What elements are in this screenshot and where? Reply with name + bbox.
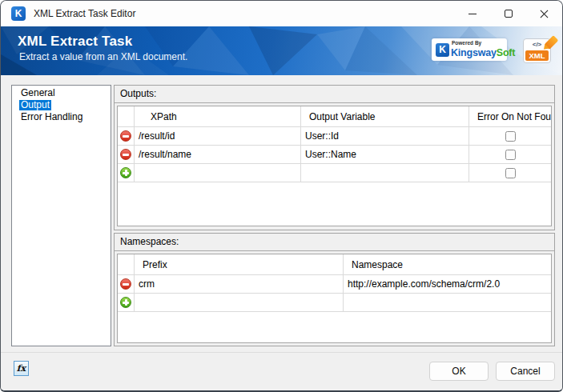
- settings-nav-list: General Output Error Handling: [11, 85, 111, 346]
- prefix-column-header[interactable]: Prefix: [135, 254, 344, 275]
- outputs-grid-header: XPath Output Variable Error On Not Found: [118, 106, 551, 127]
- outputs-group-label: Outputs:: [115, 86, 554, 103]
- kingswaysoft-k-icon: K: [436, 43, 449, 57]
- namespace-cell-empty[interactable]: [344, 294, 551, 312]
- output-row: /result/id User::Id: [118, 127, 551, 146]
- minimize-button[interactable]: [454, 1, 490, 26]
- expression-fx-button[interactable]: fx: [14, 361, 29, 376]
- output-variable-column-header[interactable]: Output Variable: [301, 106, 469, 127]
- output-add-row: [118, 164, 551, 182]
- xml-icon-label: XML: [525, 50, 549, 61]
- namespaces-grid-header: Prefix Namespace: [118, 254, 551, 275]
- minimize-icon: [468, 14, 477, 14]
- namespace-cell[interactable]: http://example.com/schema/crm/2.0: [344, 275, 551, 294]
- namespaces-group-label: Namespaces:: [115, 234, 554, 251]
- xpath-cell[interactable]: /result/id: [135, 127, 301, 146]
- prefix-cell[interactable]: crm: [135, 275, 344, 294]
- maximize-button[interactable]: [490, 1, 526, 26]
- remove-row-icon[interactable]: [120, 278, 131, 290]
- remove-row-icon[interactable]: [120, 130, 131, 142]
- output-variable-cell-empty[interactable]: [301, 164, 469, 182]
- page-title: XML Extract Task: [18, 34, 132, 50]
- namespace-column-header[interactable]: Namespace: [344, 254, 551, 275]
- output-row: /result/name User::Name: [118, 146, 551, 164]
- add-row-icon[interactable]: [120, 297, 131, 308]
- row-action-column-header: [118, 254, 135, 275]
- xml-file-icon: </> XML: [523, 38, 551, 63]
- window-controls: [454, 1, 562, 26]
- ok-button[interactable]: OK: [429, 362, 489, 381]
- sidebar-item-general[interactable]: General: [12, 87, 111, 99]
- xpath-cell-empty[interactable]: [135, 164, 301, 182]
- outputs-group: Outputs: XPath Output Variable Error On …: [114, 85, 555, 230]
- remove-row-icon[interactable]: [120, 149, 131, 160]
- app-icon: K: [11, 6, 26, 21]
- header-banner: XML Extract Task Extract a value from an…: [1, 26, 563, 75]
- cancel-button[interactable]: Cancel: [496, 362, 555, 381]
- add-row-icon[interactable]: [120, 167, 131, 178]
- maximize-icon: [505, 10, 513, 18]
- xpath-column-header[interactable]: XPath: [135, 106, 301, 127]
- error-on-not-found-column-header[interactable]: Error On Not Found: [469, 106, 551, 127]
- output-variable-cell[interactable]: User::Name: [301, 146, 469, 164]
- close-icon: [540, 10, 549, 18]
- sidebar-item-output[interactable]: Output: [12, 99, 111, 111]
- xml-extract-task-editor-dialog: K XML Extract Task Editor XML: [0, 0, 563, 392]
- prefix-cell-empty[interactable]: [135, 294, 344, 312]
- row-action-column-header: [118, 106, 135, 127]
- output-variable-cell[interactable]: User::Id: [301, 127, 469, 146]
- page-subtitle: Extract a value from an XML document.: [19, 51, 187, 62]
- namespace-row: crm http://example.com/schema/crm/2.0: [118, 275, 551, 294]
- outputs-grid: XPath Output Variable Error On Not Found…: [117, 106, 552, 226]
- error-on-not-found-checkbox[interactable]: [505, 131, 516, 142]
- error-on-not-found-checkbox[interactable]: [505, 168, 516, 178]
- powered-by-label: Powered By: [452, 41, 515, 46]
- sidebar-item-error-handling[interactable]: Error Handling: [12, 111, 111, 123]
- namespaces-grid: Prefix Namespace crm http://example.com/…: [117, 254, 552, 343]
- error-on-not-found-checkbox[interactable]: [505, 150, 516, 160]
- close-button[interactable]: [526, 1, 562, 26]
- brand-name-soft: Soft: [497, 47, 516, 58]
- namespace-add-row: [118, 294, 551, 312]
- title-bar: K XML Extract Task Editor: [1, 1, 562, 26]
- namespaces-group: Namespaces: Prefix Namespace crm http://…: [114, 233, 555, 346]
- kingswaysoft-logo: K Powered By KingswaySoft: [432, 38, 507, 61]
- brand-name-kingsway: Kingsway: [451, 47, 497, 58]
- xpath-cell[interactable]: /result/name: [135, 146, 301, 164]
- window-title: XML Extract Task Editor: [34, 8, 135, 19]
- dialog-footer: fx OK Cancel: [1, 352, 562, 390]
